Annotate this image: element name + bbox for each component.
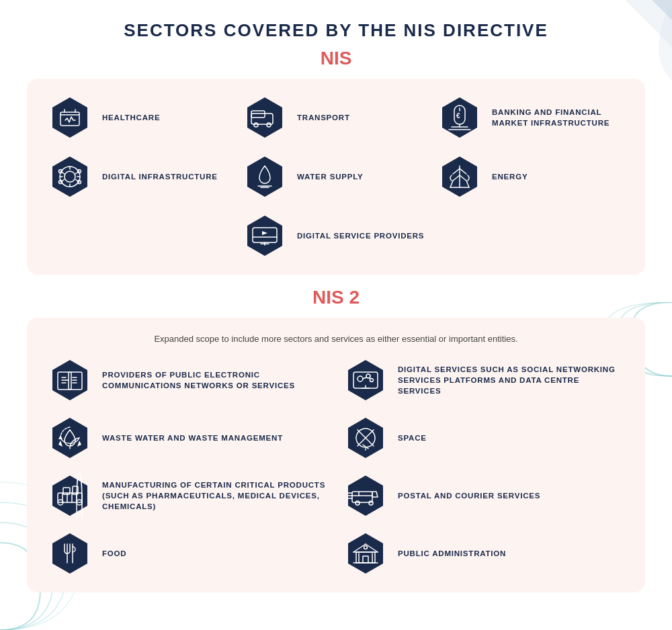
- nis-label: NIS: [27, 48, 645, 69]
- svg-marker-33: [247, 156, 282, 197]
- digital-social-icon: [343, 357, 388, 403]
- sector-waste: WASTE WATER AND WASTE MANAGEMENT: [47, 415, 329, 461]
- postal-icon: [343, 473, 388, 519]
- transport-label: TRANSPORT: [297, 112, 350, 123]
- digital-service-icon: [242, 213, 288, 259]
- svg-marker-99: [52, 533, 87, 574]
- postal-label: POSTAL AND COURIER SERVICES: [398, 490, 540, 501]
- public-admin-icon: [343, 531, 388, 576]
- svg-marker-18: [52, 156, 87, 197]
- nis-grid: HEALTHCARE TRANSPORT: [47, 95, 625, 259]
- page-wrapper: SECTORS COVERED BY THE NIS DIRECTIVE NIS…: [0, 0, 672, 630]
- sector-transport: TRANSPORT: [242, 95, 430, 140]
- nis-card: HEALTHCARE TRANSPORT: [27, 79, 645, 275]
- svg-line-68: [370, 377, 370, 379]
- digital-service-label: DIGITAL SERVICE PROVIDERS: [297, 230, 424, 241]
- nis2-description: Expanded scope to include more sectors a…: [47, 334, 625, 344]
- digital-infra-icon: [47, 154, 93, 199]
- energy-label: ENERGY: [492, 171, 528, 182]
- sector-healthcare: HEALTHCARE: [47, 95, 235, 140]
- nis2-grid: PROVIDERS OF PUBLIC ELECTRONIC COMMUNICA…: [47, 357, 625, 576]
- space-label: SPACE: [398, 433, 427, 443]
- sector-water: WATER SUPPLY: [242, 154, 430, 199]
- water-label: WATER SUPPLY: [297, 171, 363, 182]
- digital-social-label: DIGITAL SERVICES SUCH AS SOCIAL NETWORKI…: [398, 364, 625, 396]
- banking-label: BANKING AND FINANCIAL MARKET INFRASTRUCT…: [492, 107, 625, 128]
- svg-marker-102: [348, 533, 383, 574]
- sector-digital-infra: DIGITAL INFRASTRUCTURE: [47, 154, 235, 199]
- banking-icon: €: [437, 95, 482, 140]
- euro-symbol: €: [456, 112, 460, 120]
- space-icon: [343, 415, 388, 461]
- page-title: SECTORS COVERED BY THE NIS DIRECTIVE: [27, 20, 645, 41]
- food-label: FOOD: [102, 548, 126, 559]
- digital-infra-label: DIGITAL INFRASTRUCTURE: [102, 171, 218, 182]
- sector-digital-service: DIGITAL SERVICE PROVIDERS: [242, 213, 430, 259]
- public-comms-icon: [47, 357, 93, 403]
- nis2-label-text: NIS 2: [312, 287, 360, 308]
- public-comms-label: PROVIDERS OF PUBLIC ELECTRONIC COMMUNICA…: [102, 369, 329, 391]
- sector-postal: POSTAL AND COURIER SERVICES: [343, 473, 625, 519]
- food-icon: [47, 531, 93, 576]
- sector-digital-social: DIGITAL SERVICES SUCH AS SOCIAL NETWORKI…: [343, 357, 625, 403]
- public-admin-label: PUBLIC ADMINISTRATION: [398, 548, 506, 559]
- healthcare-label: HEALTHCARE: [102, 112, 160, 123]
- manufacturing-icon: [47, 473, 93, 519]
- sector-energy: ENERGY: [437, 154, 625, 199]
- svg-marker-2: [52, 97, 87, 138]
- transport-icon: [242, 95, 288, 140]
- manufacturing-label: MANUFACTURING OF CERTAIN CRITICAL PRODUC…: [102, 480, 329, 512]
- water-icon: [242, 154, 288, 199]
- svg-marker-0: [652, 0, 672, 20]
- svg-marker-69: [52, 418, 87, 458]
- sector-food: FOOD: [47, 531, 329, 576]
- waste-icon: [47, 415, 93, 461]
- nis2-label: NIS 2: [27, 287, 645, 308]
- healthcare-icon: [47, 95, 93, 140]
- sector-public-admin: PUBLIC ADMINISTRATION: [343, 531, 625, 576]
- sector-public-comms: PROVIDERS OF PUBLIC ELECTRONIC COMMUNICA…: [47, 357, 329, 403]
- sector-space: SPACE: [343, 415, 625, 461]
- nis2-card: Expanded scope to include more sectors a…: [27, 318, 645, 592]
- waste-label: WASTE WATER AND WASTE MANAGEMENT: [102, 433, 283, 443]
- sector-manufacturing: MANUFACTURING OF CERTAIN CRITICAL PRODUC…: [47, 473, 329, 519]
- energy-icon: [437, 154, 482, 199]
- sector-banking: € BANKING AND FINANCIAL MARKET INFRASTRU…: [437, 95, 625, 140]
